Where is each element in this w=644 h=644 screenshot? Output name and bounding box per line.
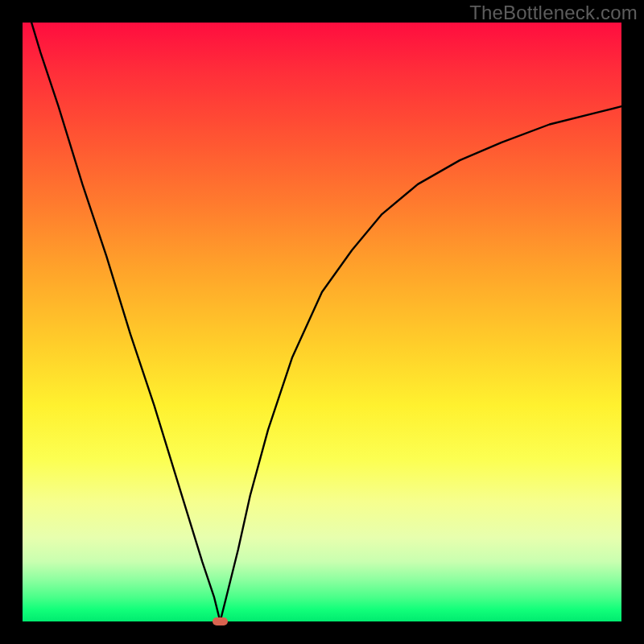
minimum-marker	[213, 617, 228, 625]
bottleneck-curve	[23, 0, 621, 621]
chart-frame: TheBottleneck.com	[0, 0, 644, 644]
curve-svg	[23, 23, 621, 621]
plot-area	[23, 23, 621, 621]
watermark-text: TheBottleneck.com	[469, 2, 638, 24]
